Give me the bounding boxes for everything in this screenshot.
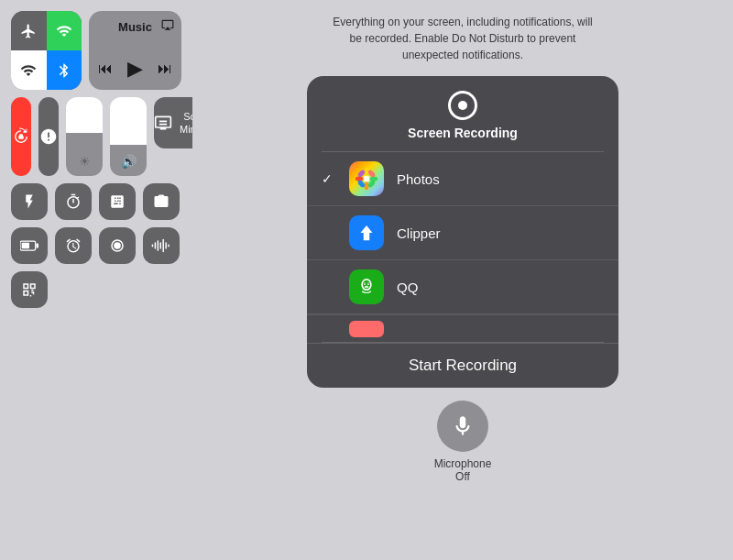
photos-checkmark: ✓ xyxy=(322,171,336,186)
svg-rect-12 xyxy=(165,242,166,248)
svg-point-14 xyxy=(364,176,370,182)
battery-tile[interactable] xyxy=(11,227,48,264)
small-tiles-row1 xyxy=(11,183,181,220)
svg-point-28 xyxy=(367,283,368,284)
screen-recording-panel: Everything on your screen, including not… xyxy=(192,0,733,560)
svg-rect-11 xyxy=(162,239,163,253)
recording-popup: Screen Recording ✓ xyxy=(307,76,618,388)
svg-point-18 xyxy=(370,176,378,181)
brightness-icon: ☀ xyxy=(79,154,91,169)
svg-rect-10 xyxy=(160,242,161,248)
app-item-photos[interactable]: ✓ xyxy=(307,152,618,206)
prev-track-icon[interactable]: ⏮ xyxy=(98,60,113,77)
bluetooth-button[interactable] xyxy=(47,50,82,90)
svg-point-17 xyxy=(356,176,364,181)
middle-row: ☀ 🔊 ScreenMirroring xyxy=(11,97,181,176)
volume-slider[interactable]: 🔊 xyxy=(110,97,147,176)
blue-app-icon xyxy=(349,215,384,250)
svg-rect-13 xyxy=(168,245,169,247)
recording-header: Screen Recording xyxy=(307,76,618,151)
soundwave-tile[interactable] xyxy=(143,227,180,264)
next-track-icon[interactable]: ⏭ xyxy=(158,60,172,77)
qq-name: QQ xyxy=(397,280,418,295)
play-button[interactable]: ▶ xyxy=(127,57,143,81)
timer-tile[interactable] xyxy=(55,183,92,220)
qr-scanner-tile[interactable] xyxy=(11,271,48,308)
volume-icon: 🔊 xyxy=(121,154,137,169)
svg-rect-3 xyxy=(22,243,29,249)
top-row: Music ⏮ ▶ ⏭ xyxy=(11,11,181,90)
svg-point-15 xyxy=(364,168,368,176)
music-tile[interactable]: Music ⏮ ▶ ⏭ xyxy=(89,11,181,90)
photos-icon xyxy=(349,161,384,196)
blue-app-name: Clipper xyxy=(397,225,441,241)
microphone-label: Microphone Off xyxy=(434,457,492,483)
svg-rect-8 xyxy=(155,242,156,248)
brightness-slider[interactable]: ☀ xyxy=(66,97,103,176)
calculator-tile[interactable] xyxy=(99,183,136,220)
airplay-icon xyxy=(161,18,174,31)
music-controls: ⏮ ▶ ⏭ xyxy=(98,57,172,81)
cellular-button[interactable] xyxy=(47,11,82,50)
start-recording-button[interactable]: Start Recording xyxy=(307,343,618,388)
recording-title: Screen Recording xyxy=(408,126,518,140)
alarm-tile[interactable] xyxy=(55,227,92,264)
connectivity-tile[interactable] xyxy=(11,11,82,90)
record-icon xyxy=(448,91,477,120)
camera-tile[interactable] xyxy=(143,183,180,220)
app-list: ✓ xyxy=(307,152,618,342)
svg-point-27 xyxy=(364,283,365,284)
qq-icon xyxy=(349,269,384,304)
svg-point-6 xyxy=(114,242,121,249)
flashlight-tile[interactable] xyxy=(11,183,48,220)
microphone-container: Microphone Off xyxy=(434,401,492,483)
screen-record-tile[interactable] xyxy=(99,227,136,264)
rotation-lock-tile[interactable] xyxy=(11,97,31,176)
partial-item xyxy=(307,314,618,342)
svg-rect-7 xyxy=(152,245,153,247)
wifi-button[interactable] xyxy=(11,50,47,90)
svg-rect-1 xyxy=(18,136,24,139)
control-center-panel: Music ⏮ ▶ ⏭ ☀ xyxy=(0,0,192,560)
svg-point-16 xyxy=(364,182,368,191)
app-item-blue[interactable]: Clipper xyxy=(307,206,618,260)
partial-icon xyxy=(349,321,384,337)
small-tiles-row2 xyxy=(11,227,181,264)
svg-point-29 xyxy=(365,286,369,288)
bottom-row xyxy=(11,271,181,308)
airplane-mode-button[interactable] xyxy=(11,11,47,50)
svg-rect-9 xyxy=(158,240,159,251)
do-not-disturb-tile[interactable] xyxy=(38,97,59,176)
svg-rect-4 xyxy=(37,244,39,248)
app-item-qq[interactable]: QQ xyxy=(307,260,618,314)
photos-name: Photos xyxy=(397,171,440,187)
microphone-button[interactable] xyxy=(437,401,488,452)
record-inner-dot xyxy=(458,101,467,110)
notice-text: Everything on your screen, including not… xyxy=(325,14,600,63)
